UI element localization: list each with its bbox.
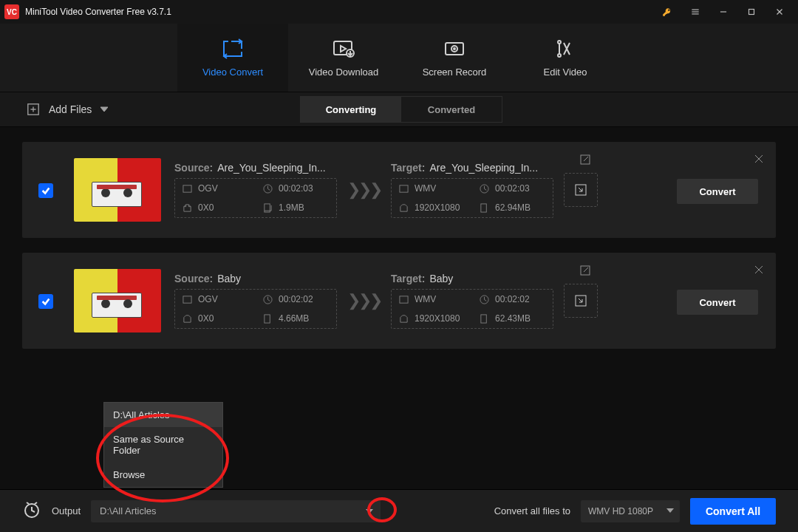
target-block: Target:Are_You_Sleeping_In... WMV 00:02:… <box>391 162 553 218</box>
output-option-same[interactable]: Same as Source Folder <box>104 427 222 463</box>
convert-button[interactable]: Convert <box>677 290 758 315</box>
svg-line-27 <box>579 188 582 191</box>
svg-rect-20 <box>183 185 191 191</box>
svg-rect-25 <box>481 203 486 211</box>
source-block: Source:Baby OGV 00:02:02 0X0 4.66MB <box>174 273 337 329</box>
svg-marker-19 <box>100 107 108 112</box>
conversion-list: Source:Are_You_Sleeping_In... OGV 00:02:… <box>0 127 798 349</box>
bottom-bar: Output D:\All Articles Convert all files… <box>0 489 798 532</box>
conversion-item: Source:Baby OGV 00:02:02 0X0 4.66MB ❯❯❯ … <box>22 253 776 349</box>
source-label: Source: <box>174 273 213 284</box>
source-duration: 00:02:03 <box>279 183 313 194</box>
target-format: WMV <box>415 294 436 304</box>
schedule-icon[interactable] <box>22 500 41 522</box>
target-duration: 00:02:02 <box>495 294 530 304</box>
target-settings-button[interactable] <box>564 284 598 318</box>
target-format: WMV <box>415 183 436 194</box>
arrows-icon: ❯❯❯ <box>347 291 381 310</box>
remove-item-icon[interactable] <box>754 154 764 167</box>
target-resolution: 1920X1080 <box>415 313 460 324</box>
convert-all-button[interactable]: Convert All <box>690 498 776 525</box>
item-thumbnail[interactable] <box>74 269 161 332</box>
main-nav: Video Convert Video Download Screen Reco… <box>0 24 798 92</box>
app-title: MiniTool Video Converter Free v3.7.1 <box>25 7 171 17</box>
titlebar: VC MiniTool Video Converter Free v3.7.1 <box>0 0 798 24</box>
svg-marker-8 <box>341 46 346 52</box>
svg-rect-23 <box>400 185 408 191</box>
arrows-icon: ❯❯❯ <box>347 180 381 200</box>
svg-rect-36 <box>481 314 486 322</box>
tab-video-download[interactable]: Video Download <box>288 24 399 92</box>
target-format-value: WMV HD 1080P <box>588 506 653 516</box>
minimize-icon[interactable] <box>709 0 737 24</box>
output-dropdown-menu: D:\All Articles Same as Source Folder Br… <box>103 402 223 488</box>
source-resolution: 0X0 <box>198 202 214 213</box>
svg-rect-4 <box>749 10 754 15</box>
target-block: Target:Baby WMV 00:02:02 1920X1080 62.43… <box>391 273 553 329</box>
svg-marker-45 <box>366 509 373 514</box>
tab-converted[interactable]: Converted <box>401 97 502 122</box>
maximize-icon[interactable] <box>737 0 765 24</box>
tab-label: Edit Video <box>543 66 587 78</box>
svg-rect-34 <box>400 296 408 302</box>
upgrade-key-icon[interactable] <box>653 0 681 24</box>
target-name: Baby <box>429 273 453 284</box>
source-block: Source:Are_You_Sleeping_In... OGV 00:02:… <box>174 162 337 218</box>
chevron-down-icon <box>100 103 108 115</box>
target-settings-button[interactable] <box>564 173 598 207</box>
svg-rect-33 <box>265 314 270 322</box>
menu-icon[interactable] <box>681 0 709 24</box>
conversion-item: Source:Are_You_Sleeping_In... OGV 00:02:… <box>22 142 776 238</box>
source-size: 4.66MB <box>279 313 309 324</box>
svg-point-15 <box>558 54 561 57</box>
svg-line-43 <box>27 502 29 504</box>
svg-line-44 <box>35 502 37 504</box>
target-label: Target: <box>391 162 425 174</box>
output-option-path[interactable]: D:\All Articles <box>104 403 222 427</box>
tab-screen-record[interactable]: Screen Record <box>399 24 510 92</box>
source-size: 1.9MB <box>279 202 304 213</box>
add-files-label: Add Files <box>49 103 92 115</box>
source-name: Baby <box>217 273 241 284</box>
tab-label: Screen Record <box>423 66 487 78</box>
output-path-select[interactable]: D:\All Articles <box>91 500 381 522</box>
close-icon[interactable] <box>765 0 794 24</box>
target-duration: 00:02:03 <box>495 183 530 194</box>
chevron-down-icon <box>366 506 373 517</box>
status-tabs: Converting Converted <box>300 96 502 123</box>
toolbar: Add Files Converting Converted <box>0 92 798 127</box>
source-resolution: 0X0 <box>198 313 214 324</box>
item-checkbox[interactable] <box>38 294 53 309</box>
tab-converting[interactable]: Converting <box>301 97 401 122</box>
svg-point-13 <box>454 48 455 50</box>
source-name: Are_You_Sleeping_In... <box>217 162 326 174</box>
output-option-browse[interactable]: Browse <box>104 463 222 487</box>
edit-item-icon[interactable] <box>579 154 591 168</box>
remove-item-icon[interactable] <box>754 265 764 278</box>
chevron-down-icon <box>666 506 674 516</box>
svg-line-38 <box>579 299 582 302</box>
item-checkbox[interactable] <box>38 183 53 198</box>
source-duration: 00:02:02 <box>279 294 313 304</box>
tab-label: Video Convert <box>202 66 263 78</box>
output-label: Output <box>52 505 81 516</box>
app-logo: VC <box>4 4 19 19</box>
target-size: 62.43MB <box>495 313 531 324</box>
edit-item-icon[interactable] <box>579 265 591 279</box>
tab-video-convert[interactable]: Video Convert <box>177 24 288 92</box>
svg-rect-31 <box>183 296 191 302</box>
target-format-select[interactable]: WMV HD 1080P <box>581 500 680 522</box>
target-size: 62.94MB <box>495 202 531 213</box>
tab-label: Video Download <box>309 66 378 78</box>
target-resolution: 1920X1080 <box>415 202 460 213</box>
item-thumbnail[interactable] <box>74 158 161 222</box>
source-format: OGV <box>198 183 218 194</box>
svg-point-14 <box>558 41 561 44</box>
output-path-value: D:\All Articles <box>100 505 157 516</box>
convert-button[interactable]: Convert <box>677 179 758 204</box>
source-format: OGV <box>198 294 218 304</box>
target-label: Target: <box>391 273 425 284</box>
source-label: Source: <box>174 162 213 174</box>
add-files-button[interactable]: Add Files <box>0 103 123 116</box>
tab-edit-video[interactable]: Edit Video <box>510 24 621 92</box>
